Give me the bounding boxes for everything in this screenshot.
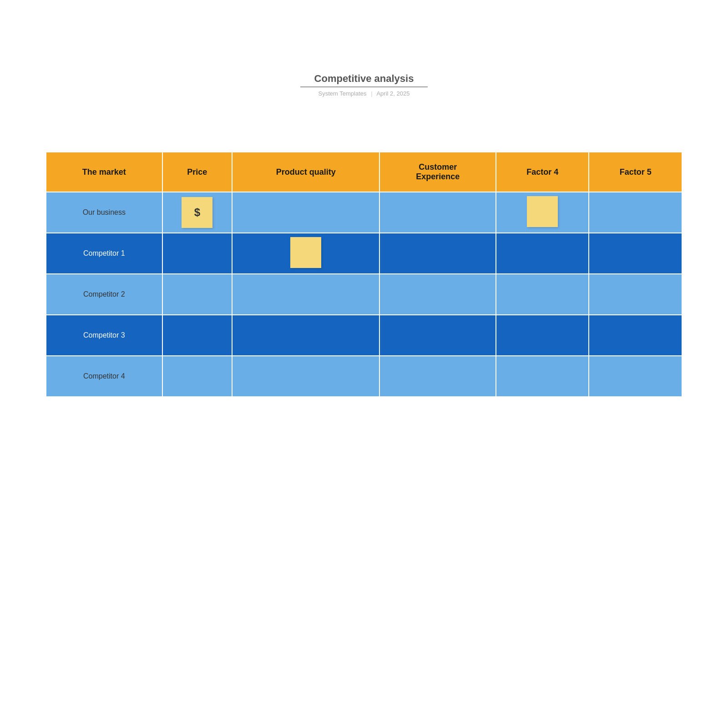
cell-competitor2-quality bbox=[232, 274, 379, 315]
cell-our-business-quality bbox=[232, 192, 379, 233]
table-row: Competitor 1 bbox=[46, 233, 682, 274]
col-header-market: The market bbox=[46, 152, 162, 192]
cell-competitor2-factor4 bbox=[496, 274, 589, 315]
cell-competitor4-factor4 bbox=[496, 356, 589, 397]
cell-competitor2-factor5 bbox=[589, 274, 682, 315]
cell-competitor3-factor5 bbox=[589, 315, 682, 356]
cell-competitor3-factor4 bbox=[496, 315, 589, 356]
col-header-experience: CustomerExperience bbox=[379, 152, 496, 192]
subtitle-date: April 2, 2025 bbox=[376, 90, 410, 97]
col-header-factor5: Factor 5 bbox=[589, 152, 682, 192]
competitive-analysis-table: The market Price Product quality Custome… bbox=[46, 152, 682, 397]
cell-competitor1-factor5 bbox=[589, 233, 682, 274]
cell-competitor1-factor4 bbox=[496, 233, 589, 274]
cell-our-business-factor4[interactable] bbox=[496, 192, 589, 233]
cell-competitor3-price bbox=[162, 315, 232, 356]
table-row: Competitor 2 bbox=[46, 274, 682, 315]
row-label-competitor1: Competitor 1 bbox=[46, 233, 162, 274]
row-label-competitor3: Competitor 3 bbox=[46, 315, 162, 356]
cell-competitor1-price bbox=[162, 233, 232, 274]
page-subtitle: System Templates | April 2, 2025 bbox=[300, 90, 428, 97]
cell-competitor1-quality[interactable] bbox=[232, 233, 379, 274]
subtitle-separator: | bbox=[371, 90, 372, 97]
table-row: Competitor 4 bbox=[46, 356, 682, 397]
cell-our-business-factor5 bbox=[589, 192, 682, 233]
table-container: The market Price Product quality Custome… bbox=[46, 152, 682, 397]
col-header-price: Price bbox=[162, 152, 232, 192]
subtitle-source: System Templates bbox=[318, 90, 367, 97]
page-header: Competitive analysis System Templates | … bbox=[300, 73, 428, 97]
row-label-competitor4: Competitor 4 bbox=[46, 356, 162, 397]
cell-competitor1-experience bbox=[379, 233, 496, 274]
sticky-note-dollar[interactable]: $ bbox=[182, 197, 212, 228]
page-title: Competitive analysis bbox=[300, 73, 428, 87]
cell-competitor2-price bbox=[162, 274, 232, 315]
cell-competitor4-experience bbox=[379, 356, 496, 397]
table-header: The market Price Product quality Custome… bbox=[46, 152, 682, 192]
table-row: Competitor 3 bbox=[46, 315, 682, 356]
cell-competitor4-factor5 bbox=[589, 356, 682, 397]
col-header-quality: Product quality bbox=[232, 152, 379, 192]
cell-competitor3-quality bbox=[232, 315, 379, 356]
col-header-factor4: Factor 4 bbox=[496, 152, 589, 192]
header-row: The market Price Product quality Custome… bbox=[46, 152, 682, 192]
sticky-note-plain-factor4[interactable] bbox=[527, 196, 558, 227]
row-label-competitor2: Competitor 2 bbox=[46, 274, 162, 315]
cell-competitor2-experience bbox=[379, 274, 496, 315]
cell-our-business-price[interactable]: $ bbox=[162, 192, 232, 233]
row-label-our-business: Our business bbox=[46, 192, 162, 233]
table-body: Our business $ Competitor 1 bbox=[46, 192, 682, 397]
cell-competitor4-price bbox=[162, 356, 232, 397]
table-row: Our business $ bbox=[46, 192, 682, 233]
cell-competitor3-experience bbox=[379, 315, 496, 356]
cell-our-business-experience bbox=[379, 192, 496, 233]
sticky-note-plain-quality[interactable] bbox=[290, 237, 321, 268]
cell-competitor4-quality bbox=[232, 356, 379, 397]
